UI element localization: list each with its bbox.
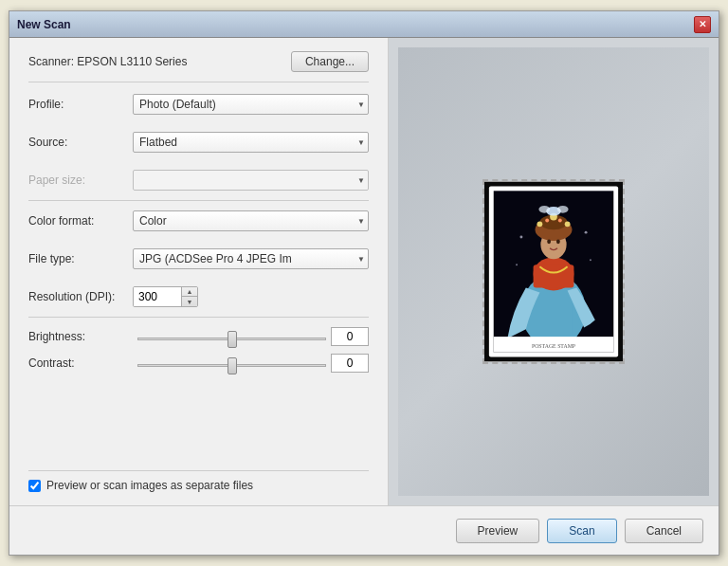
preview-area: POSTAGE STAMP bbox=[398, 47, 709, 496]
footer-bar: Preview Scan Cancel bbox=[9, 505, 719, 555]
paper-size-group: Paper size: ▼ bbox=[28, 170, 369, 201]
new-scan-dialog: New Scan ✕ Scanner: EPSON L3110 Series C… bbox=[9, 10, 719, 556]
paper-size-select-wrapper: ▼ bbox=[133, 170, 369, 191]
svg-point-17 bbox=[557, 206, 569, 213]
cancel-button[interactable]: Cancel bbox=[625, 519, 703, 543]
preview-button[interactable]: Preview bbox=[456, 519, 540, 543]
contrast-label: Contrast: bbox=[28, 356, 133, 370]
dialog-body: Scanner: EPSON L3110 Series Change... Pr… bbox=[9, 38, 719, 505]
contrast-value: 0 bbox=[331, 354, 369, 373]
file-type-label: File type: bbox=[28, 252, 133, 265]
separate-files-checkbox[interactable] bbox=[28, 480, 41, 492]
scanner-row: Scanner: EPSON L3110 Series Change... bbox=[28, 51, 369, 82]
source-group: Source: Flatbed ADF ADF Duplex ▼ bbox=[28, 132, 369, 160]
resolution-input[interactable]: 300 bbox=[134, 287, 181, 306]
stamp-svg: POSTAGE STAMP bbox=[484, 181, 623, 362]
source-select-wrapper: Flatbed ADF ADF Duplex ▼ bbox=[133, 132, 369, 153]
color-format-select[interactable]: Color Grayscale Black and White bbox=[133, 210, 369, 231]
paper-size-label: Paper size: bbox=[28, 173, 133, 187]
change-button[interactable]: Change... bbox=[291, 51, 369, 72]
brightness-group: Brightness: 0 bbox=[28, 327, 369, 346]
dialog-title: New Scan bbox=[17, 18, 71, 31]
checkbox-row: Preview or scan images as separate files bbox=[28, 470, 369, 492]
left-panel: Scanner: EPSON L3110 Series Change... Pr… bbox=[9, 38, 389, 505]
resolution-group: Resolution (DPI): 300 ▲ ▼ bbox=[28, 286, 369, 318]
file-type-group: File type: JPG (ACDSee Pro 4 JPEG Im BMP… bbox=[28, 248, 369, 277]
profile-group: Profile: Photo (Default) Documents Custo… bbox=[28, 94, 369, 122]
resolution-label: Resolution (DPI): bbox=[28, 290, 133, 303]
svg-point-14 bbox=[558, 219, 562, 223]
file-type-select[interactable]: JPG (ACDSee Pro 4 JPEG Im BMP PNG TIFF bbox=[133, 248, 369, 269]
brightness-value: 0 bbox=[331, 327, 369, 346]
profile-label: Profile: bbox=[28, 98, 133, 111]
file-type-select-wrapper: JPG (ACDSee Pro 4 JPEG Im BMP PNG TIFF ▼ bbox=[133, 248, 369, 269]
source-select[interactable]: Flatbed ADF ADF Duplex bbox=[133, 132, 369, 153]
spinbox-arrows: ▲ ▼ bbox=[181, 287, 197, 306]
brightness-slider[interactable] bbox=[137, 338, 326, 340]
contrast-slider[interactable] bbox=[137, 364, 326, 367]
right-panel: POSTAGE STAMP bbox=[389, 38, 719, 505]
paper-size-select[interactable] bbox=[133, 170, 369, 191]
svg-point-16 bbox=[538, 206, 550, 213]
contrast-group: Contrast: 0 bbox=[28, 354, 369, 373]
brightness-label: Brightness: bbox=[28, 330, 133, 343]
scan-button[interactable]: Scan bbox=[547, 519, 616, 543]
resolution-spinbox: 300 ▲ ▼ bbox=[133, 286, 198, 307]
brightness-slider-container bbox=[137, 330, 326, 343]
profile-select-wrapper: Photo (Default) Documents Custom ▼ bbox=[133, 94, 369, 115]
contrast-slider-container bbox=[137, 356, 326, 370]
color-format-select-wrapper: Color Grayscale Black and White ▼ bbox=[133, 210, 369, 231]
svg-point-13 bbox=[545, 219, 549, 223]
close-button[interactable]: ✕ bbox=[694, 16, 711, 33]
svg-rect-6 bbox=[534, 265, 574, 287]
profile-select[interactable]: Photo (Default) Documents Custom bbox=[133, 94, 369, 115]
svg-point-10 bbox=[537, 221, 542, 227]
svg-point-19 bbox=[556, 239, 560, 244]
svg-text:POSTAGE STAMP: POSTAGE STAMP bbox=[532, 343, 576, 349]
svg-point-20 bbox=[519, 236, 522, 239]
color-format-label: Color format: bbox=[28, 214, 133, 228]
svg-point-12 bbox=[565, 221, 571, 227]
svg-point-18 bbox=[547, 239, 551, 244]
svg-point-21 bbox=[585, 231, 588, 234]
svg-point-23 bbox=[590, 259, 592, 261]
stamp-container: POSTAGE STAMP bbox=[482, 179, 625, 364]
scanner-label: Scanner: EPSON L3110 Series bbox=[28, 55, 187, 68]
stamp-image: POSTAGE STAMP bbox=[484, 181, 623, 362]
resolution-spin-down[interactable]: ▼ bbox=[182, 297, 197, 306]
svg-point-22 bbox=[516, 264, 518, 265]
color-format-group: Color format: Color Grayscale Black and … bbox=[28, 210, 369, 239]
source-label: Source: bbox=[28, 136, 133, 149]
title-bar: New Scan ✕ bbox=[9, 11, 719, 38]
resolution-spin-up[interactable]: ▲ bbox=[182, 287, 197, 297]
checkbox-label: Preview or scan images as separate files bbox=[46, 479, 253, 492]
svg-rect-4 bbox=[536, 283, 573, 338]
